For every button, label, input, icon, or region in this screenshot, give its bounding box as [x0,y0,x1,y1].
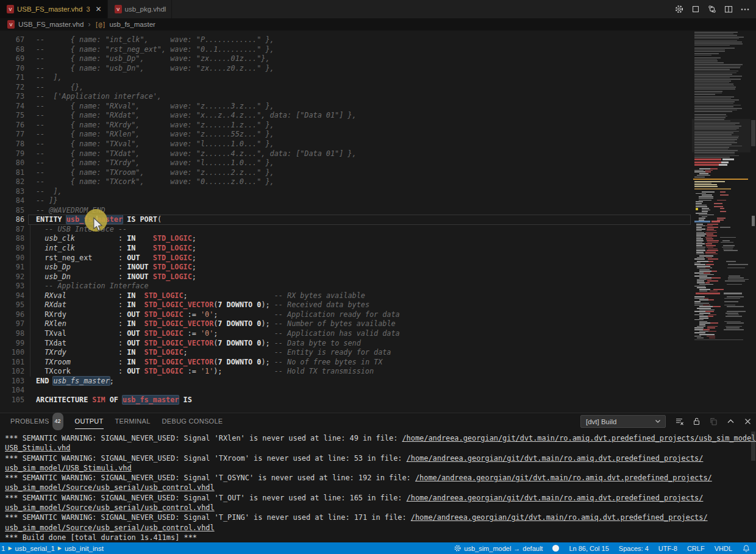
file-link[interactable]: usb_sim_model/Source/usb_serial/usb_cont… [5,503,215,512]
tab-output[interactable]: OUTPUT [75,413,104,430]
line-number: 75 [0,111,24,121]
line-number: 95 [0,300,24,310]
line-number: 89 [0,244,24,254]
status-indicator-dot[interactable] [552,545,559,552]
problems-count-badge: 42 [52,413,63,430]
status-hierarchy[interactable]: 1 ▶ usb_serial_1 ▶ usb_init_inst [0,545,104,552]
code-line: 84-- ]} [0,196,692,206]
code-line: 89 int_clk : IN STD_LOGIC; [0,244,692,254]
output-line: *** SEMANTIC WARNING: SIGNAL_NEVER_USED:… [5,473,756,483]
file-link[interactable]: /home/andreea.georgian/git/dvt.main/ro.a… [407,494,704,502]
line-number: 104 [0,386,24,396]
code-line: 82-- { name: "TXcork", wave: "0......z.0… [0,177,692,187]
code-line: 75-- { name: "RXdat", wave: "x...z..4.z.… [0,111,692,121]
symbol-entity-icon: [@] [94,21,105,28]
tab-usb-fs-master[interactable]: V USB_FS_master.vhd 3 ✕ [0,0,108,18]
status-language[interactable]: VHDL [715,545,732,552]
clear-output-icon[interactable] [675,417,684,426]
code-line: 96 RXrdy : OUT STD_LOGIC := '0'; -- Appl… [0,310,692,320]
status-eol[interactable]: CRLF [687,545,705,552]
code-line: 72-- {}, [0,83,692,93]
close-panel-icon[interactable] [743,417,752,426]
line-number: 90 [0,254,24,263]
split-editor-icon[interactable] [724,4,733,14]
code-line: 91 usb_Dp : INOUT STD_LOGIC; [0,263,692,272]
line-number: 79 [0,149,24,159]
output-line: *** SEMANTIC WARNING: SIGNAL_NEVER_USED:… [5,493,756,503]
vhdl-file-icon: V [7,20,15,29]
output-line: *** SEMANTIC WARNING: SIGNAL_NEVER_USED:… [5,433,756,443]
file-link[interactable]: USB_Stimuli.vhd [5,444,70,452]
breadcrumb-file[interactable]: USB_FS_master.vhd [18,21,84,28]
file-link[interactable]: usb_sim_model/Source/usb_serial/usb_cont… [5,524,215,532]
line-number: 97 [0,319,24,329]
tab-terminal[interactable]: TERMINAL [115,413,151,430]
tab-problems[interactable]: PROBLEMS 42 [10,413,63,430]
lock-icon[interactable] [692,417,701,426]
code-line: 81-- { name: "TXroom", wave: "z......2.z… [0,168,692,178]
square-icon[interactable] [691,4,701,14]
code-line: 76-- { name: "RXrdy", wave: "z......1.z.… [0,121,692,130]
file-link[interactable]: usb_sim_model/USB_Stimuli.vhd [5,464,132,472]
notifications-bell-icon[interactable] [742,544,751,553]
file-link[interactable]: /home/andreea.georgian/git/dvt.main/ro.a… [402,434,756,442]
more-actions-icon[interactable] [740,4,750,14]
code-line: 95 RXdat : IN STD_LOGIC_VECTOR(7 DOWNTO … [0,300,692,310]
code-editor[interactable]: 67-- { name: "int_clk", wave: "P........… [0,30,756,413]
line-number: 93 [0,282,24,291]
code-line: 104 [0,386,692,396]
scrollbar-thumb[interactable] [751,120,755,146]
bottom-panel: PROBLEMS 42 OUTPUT TERMINAL DEBUG CONSOL… [0,413,756,542]
chevron-down-icon [654,417,661,426]
status-build-config[interactable]: usb_sim_model → default [454,544,543,552]
tab-warning-count: 3 [86,5,90,13]
panel-scrollbar-thumb[interactable] [751,431,755,461]
line-number: 92 [0,272,24,282]
code-line: 70-- { name: "usb_Dn", wave: "zx....z0.z… [0,64,692,74]
compare-changes-icon[interactable] [707,4,717,14]
code-line: 71-- ], [0,73,692,83]
output-channel-dropdown[interactable]: [dvt] Build [580,415,666,428]
output-log: *** SEMANTIC WARNING: SIGNAL_NEVER_USED:… [0,430,756,542]
line-number: 78 [0,140,24,149]
code-line: 68-- { name: "rst_neg_ext", wave: "0..1.… [0,45,692,55]
file-link[interactable]: usb_sim_model/Source/usb_serial/usb_cont… [5,483,215,492]
code-line: 74-- { name: "RXval", wave: "z......3.z.… [0,102,692,112]
line-number: 98 [0,329,24,339]
tab-debug-console[interactable]: DEBUG CONSOLE [162,413,223,430]
tab-usb-pkg[interactable]: V usb_pkg.vhdl [108,0,173,18]
line-number: 71 [0,73,24,83]
maximize-panel-icon[interactable] [726,417,735,426]
panel-controls: [dvt] Build [580,415,752,428]
editor-scrollbar[interactable] [751,30,756,413]
line-number: 91 [0,263,24,272]
copy-output-icon[interactable] [709,417,718,426]
line-number: 85 [0,206,24,216]
breadcrumb-symbol[interactable]: usb_fs_master [109,21,155,28]
minimap[interactable] [692,30,751,413]
line-number: 70 [0,64,24,74]
status-indentation[interactable]: Spaces: 4 [619,545,649,552]
line-number: 68 [0,45,24,55]
vscode-window: V USB_FS_master.vhd 3 ✕ V usb_pkg.vhdl V… [0,0,756,554]
file-link[interactable]: /home/andreea.georgian/git/dvt.main/ro.a… [407,454,704,463]
line-number: 69 [0,54,24,64]
line-number: 74 [0,102,24,112]
code-line: 80-- { name: "TXrdy", wave: "l......1.0.… [0,158,692,168]
line-number: 88 [0,234,24,244]
code-line: 92 usb_Dn : INOUT STD_LOGIC; [0,272,692,282]
line-number: 82 [0,177,24,187]
code-line: 90 rst_neg_ext : OUT STD_LOGIC; [0,254,692,263]
output-line: usb_sim_model/Source/usb_serial/usb_cont… [5,523,756,533]
output-line: usb_sim_model/Source/usb_serial/usb_cont… [5,503,756,513]
line-number: 86 [0,215,24,225]
vhdl-file-icon: V [115,5,122,13]
status-encoding[interactable]: UTF-8 [658,545,677,552]
overview-cursor-mark [752,216,755,226]
status-cursor-position[interactable]: Ln 86, Col 15 [569,545,608,552]
close-icon[interactable]: ✕ [96,5,102,13]
file-link[interactable]: /home/andreea.georgian/git/dvt.main/ro.a… [411,513,708,522]
settings-gear-icon[interactable] [674,4,684,14]
code-line: 101 TXroom : IN STD_LOGIC_VECTOR(7 DOWNT… [0,358,692,368]
file-link[interactable]: /home/andreea.georgian/git/dvt.main/ro.a… [415,474,712,482]
